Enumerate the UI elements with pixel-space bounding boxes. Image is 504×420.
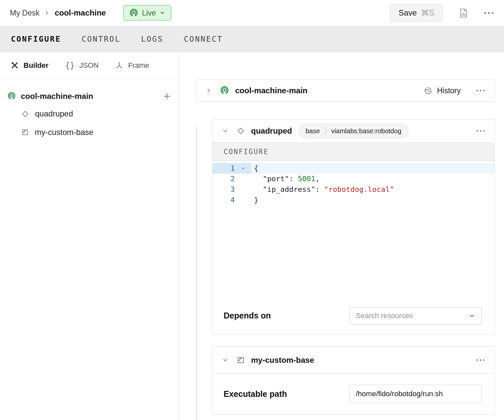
code-lines: 1{2 "port": 5001,3 "ip_address": "robotd…	[213, 163, 494, 205]
braces-icon: {}	[65, 61, 75, 70]
history-icon	[423, 86, 433, 96]
depends-on-label: Depends on	[224, 311, 271, 320]
app-window: My Desk cool-machine Live Save ⌘S	[0, 0, 504, 420]
code-token: ,	[315, 175, 319, 183]
save-button[interactable]: Save ⌘S	[390, 4, 443, 22]
badge-type-label: base	[299, 127, 323, 135]
tab-logs[interactable]: LOGS	[141, 35, 163, 43]
live-status-label: Live	[142, 9, 156, 18]
ellipsis-icon	[476, 359, 485, 361]
code-token: {	[254, 164, 258, 172]
module-card-title: my-custom-base	[251, 356, 314, 365]
collapse-chevron-down-icon[interactable]	[222, 128, 229, 134]
breadcrumb-parent[interactable]: My Desk	[10, 9, 39, 18]
line-number: 1	[213, 163, 235, 174]
history-button-label: History	[437, 86, 461, 95]
module-card-header: my-custom-base	[213, 347, 494, 374]
top-bar-actions: Save ⌘S	[390, 4, 494, 22]
save-button-label: Save	[399, 8, 417, 18]
badge-model-label: viamlabs:base:robotdog	[328, 127, 408, 135]
component-menu-button[interactable]	[476, 130, 485, 132]
add-resource-button[interactable]	[162, 92, 172, 101]
view-tab-json[interactable]: {} JSON	[65, 61, 99, 70]
configure-main-panel: cool-machine-main History	[179, 52, 504, 420]
nesting-guide-line	[196, 127, 197, 420]
code-line: 3 "ip_address": "robotdog.local"	[213, 184, 494, 195]
view-tab-frame[interactable]: Frame	[115, 61, 149, 70]
module-icon	[236, 356, 245, 364]
depends-on-select[interactable]	[350, 307, 482, 324]
part-menu-button[interactable]	[476, 89, 485, 92]
chevron-down-icon	[468, 312, 476, 319]
code-token: }	[254, 196, 258, 204]
component-card-quadruped: quadruped base viamlabs:base:robotdog	[212, 119, 495, 334]
executable-path-input[interactable]	[350, 385, 482, 403]
tree-item-label: cool-machine-main	[21, 92, 93, 101]
broadcast-icon	[129, 9, 138, 18]
depends-on-row: Depends on	[213, 297, 494, 334]
machine-report-button[interactable]	[458, 8, 469, 19]
tab-control[interactable]: CONTROL	[82, 35, 121, 43]
badge-separator-chevron-icon	[323, 124, 328, 138]
ellipsis-icon	[476, 89, 485, 92]
broadcast-icon	[7, 92, 16, 101]
broadcast-icon	[220, 86, 229, 95]
code-line: 1{	[213, 163, 494, 174]
tree-item-my-custom-base[interactable]: my-custom-base	[7, 123, 172, 142]
tree-item-label: quadruped	[35, 109, 73, 118]
ellipsis-icon	[483, 12, 494, 15]
tab-connect[interactable]: CONNECT	[184, 35, 223, 43]
expand-chevron-right-icon[interactable]	[205, 87, 212, 94]
module-card-body: Executable path	[213, 374, 494, 414]
save-shortcut-hint: ⌘S	[421, 8, 434, 18]
code-token: "ip_address":	[254, 185, 324, 193]
executable-path-label: Executable path	[224, 389, 287, 399]
module-menu-button[interactable]	[476, 359, 485, 361]
frame-axes-icon	[115, 61, 123, 69]
history-button[interactable]: History	[423, 86, 461, 96]
line-number: 2	[213, 174, 235, 184]
fold-toggle-icon[interactable]	[235, 163, 251, 174]
code-token: "robotdog.local"	[324, 185, 394, 193]
tree-item-label: my-custom-base	[35, 128, 93, 137]
live-status-dropdown[interactable]: Live	[123, 5, 172, 21]
chevron-down-icon	[159, 10, 165, 16]
resource-type-badge: base viamlabs:base:robotdog	[299, 124, 408, 138]
machine-tab-bar: CONFIGURE CONTROL LOGS CONNECT	[0, 26, 504, 52]
machine-menu-button[interactable]	[483, 12, 494, 15]
collapse-chevron-down-icon[interactable]	[222, 357, 229, 363]
breadcrumb-chevron-icon	[44, 10, 50, 16]
part-card-title: cool-machine-main	[235, 86, 308, 95]
view-tab-label: JSON	[79, 61, 99, 70]
breadcrumb-machine-name: cool-machine	[55, 8, 106, 18]
machine-part-card: cool-machine-main History	[196, 79, 495, 102]
ellipsis-icon	[476, 130, 485, 132]
component-card-header: quadruped base viamlabs:base:robotdog	[213, 119, 494, 143]
view-tab-label: Builder	[23, 61, 49, 70]
tab-configure[interactable]: CONFIGURE	[11, 35, 61, 43]
configure-section-label: CONFIGURE	[213, 143, 494, 161]
tools-icon	[11, 61, 19, 69]
file-chart-icon	[458, 8, 469, 19]
view-tab-builder[interactable]: Builder	[11, 61, 49, 70]
module-icon	[21, 128, 29, 136]
code-token: "port":	[254, 175, 298, 183]
module-card-my-custom-base: my-custom-base Executable path	[212, 346, 495, 414]
content-area: Builder {} JSON Frame	[0, 52, 504, 420]
resource-tree: cool-machine-main quadruped	[0, 79, 179, 142]
code-line: 2 "port": 5001,	[213, 174, 494, 184]
line-number: 4	[213, 195, 235, 205]
tree-item-machine-part[interactable]: cool-machine-main	[7, 88, 172, 105]
component-card-title: quadruped	[251, 126, 292, 136]
code-token: 5001	[298, 175, 315, 183]
search-resources-input[interactable]	[356, 312, 468, 320]
attributes-json-editor[interactable]: 1{2 "port": 5001,3 "ip_address": "robotd…	[213, 161, 494, 297]
view-tab-label: Frame	[128, 61, 149, 70]
configure-sidebar: Builder {} JSON Frame	[0, 52, 179, 420]
diamond-icon	[236, 127, 245, 135]
tree-item-quadruped[interactable]: quadruped	[7, 105, 172, 123]
top-bar: My Desk cool-machine Live Save ⌘S	[0, 0, 504, 26]
line-number: 3	[213, 184, 235, 195]
diamond-icon	[21, 110, 29, 118]
code-line: 4}	[213, 195, 494, 205]
